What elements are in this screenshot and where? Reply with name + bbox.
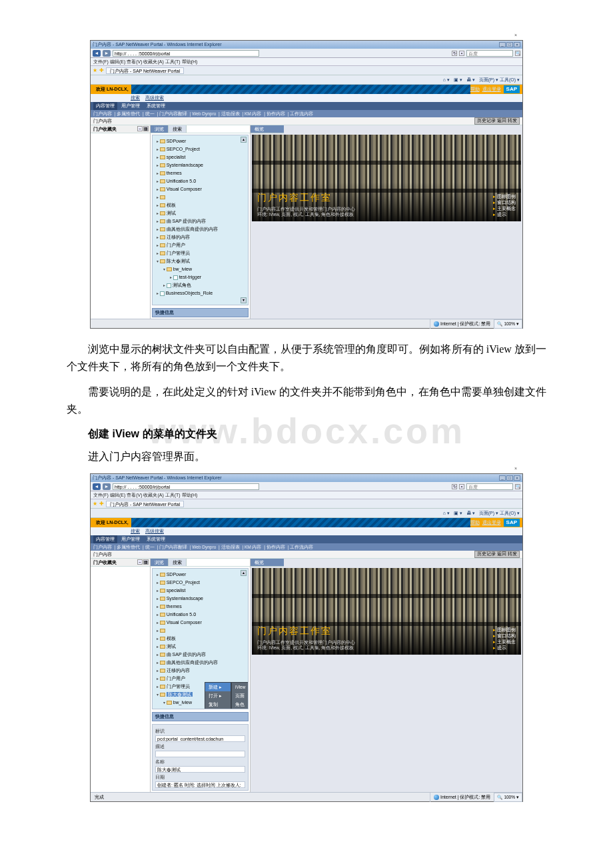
hero-link[interactable]: 主要概念 <box>493 205 516 211</box>
tab-content-mgmt[interactable]: 内容管理 <box>93 535 117 543</box>
home-icon[interactable]: ⌂ ▾ <box>443 511 450 516</box>
panel-opt-icon[interactable]: ▥ <box>143 126 149 131</box>
search-link[interactable]: 搜索 <box>131 529 140 533</box>
close-button[interactable]: × <box>514 475 520 481</box>
favorites-icon[interactable]: ★ <box>93 67 97 73</box>
feed-icon[interactable]: ▣ ▾ <box>454 77 462 83</box>
subnav-item[interactable]: 门户内容翻译 <box>159 111 187 116</box>
history-control[interactable]: 历史记录 返回 转发 <box>474 551 520 558</box>
scroll-up-icon[interactable]: ▴ <box>241 137 247 143</box>
back-button[interactable]: ◄ <box>93 50 101 57</box>
advanced-search-link[interactable]: 高级搜索 <box>145 529 164 533</box>
context-submenu[interactable]: iView 页面 角色 工作集 布局 文件夹 <box>231 682 249 709</box>
refresh-button[interactable]: ↻ <box>452 51 457 56</box>
forward-button[interactable]: ► <box>103 50 111 57</box>
tree-selection[interactable]: 陈大春测试 <box>167 692 193 697</box>
tab-sys-mgmt[interactable]: 系统管理 <box>144 535 168 543</box>
ctx-sub-role[interactable]: 角色 <box>232 700 249 709</box>
subnav-item[interactable]: 协作内容 <box>267 111 285 116</box>
hero-link[interactable]: 主要概念 <box>493 639 516 645</box>
subnav-item[interactable]: 活动报表 <box>221 111 240 116</box>
ie-menubar[interactable]: 文件(F) 编辑(E) 查看(V) 收藏夹(A) 工具(T) 帮助(H) <box>91 491 522 499</box>
subnav-item[interactable]: Web Dynpro <box>192 111 216 116</box>
overview-tab[interactable]: 概览 <box>251 559 284 567</box>
subnav-item[interactable]: Web Dynpro <box>192 545 216 549</box>
tab-content-mgmt[interactable]: 内容管理 <box>93 102 117 110</box>
subnav-item[interactable]: 多属性替代 <box>117 545 140 549</box>
hero-link[interactable]: 图标图例 <box>493 193 516 199</box>
search-go-button[interactable]: 🔍 <box>515 51 520 56</box>
ctx-open[interactable]: 打开 ▸ <box>205 691 231 700</box>
subnav-item[interactable]: 统一 <box>145 545 155 549</box>
search-input[interactable]: 百度 <box>466 50 513 57</box>
browser-tab[interactable]: 门户内容 - SAP NetWeaver Portal <box>106 67 184 74</box>
scroll-up-icon[interactable]: ▴ <box>241 570 247 576</box>
minimize-button[interactable]: _ <box>499 42 506 47</box>
tab-sys-mgmt[interactable]: 系统管理 <box>144 102 168 110</box>
logoff-link[interactable]: 退出登录 <box>482 86 501 93</box>
prop-id-value[interactable]: pcd:portal_content/test.cdachun <box>155 735 245 742</box>
context-menu[interactable]: 新建 ▸ 打开 ▸ 复制 刷新 更改标识 删除 属性 <box>205 682 231 709</box>
panel-min-icon[interactable]: – <box>137 126 143 131</box>
subnav-item[interactable]: 多属性替代 <box>117 111 140 116</box>
subnav-item[interactable]: 活动报表 <box>221 545 240 549</box>
tab-browse[interactable]: 浏览 <box>151 125 169 133</box>
page-menu[interactable]: 页面(P) ▾ 工具(O) ▾ <box>479 510 520 517</box>
subnav-item[interactable]: 协作内容 <box>267 545 285 549</box>
browser-tab[interactable]: 门户内容 - SAP NetWeaver Portal <box>106 501 184 507</box>
forward-button[interactable]: ► <box>103 483 111 490</box>
prop-date-value[interactable]: 创建者: 匿名 时间: 选择时间 上次修改人: 选择 <box>155 781 245 788</box>
add-favorite-icon[interactable]: ✚ <box>99 501 104 507</box>
hero-link[interactable]: 窗口结构 <box>493 633 516 639</box>
maximize-button[interactable]: □ <box>506 475 513 481</box>
hero-link[interactable]: 窗口结构 <box>493 199 516 205</box>
content-tree[interactable]: ▴ SDPower SEPCO_Project specialist Syste… <box>152 568 249 709</box>
tab-search[interactable]: 搜索 <box>169 125 187 133</box>
zoom-control[interactable]: 🔍 100% ▾ <box>494 793 522 802</box>
stop-button[interactable]: × <box>459 51 464 56</box>
tab-user-mgmt[interactable]: 用户管理 <box>119 535 143 543</box>
back-button[interactable]: ◄ <box>93 483 101 490</box>
ctx-new[interactable]: 新建 ▸ <box>205 683 231 691</box>
home-icon[interactable]: ⌂ ▾ <box>443 77 450 83</box>
prop-name-value[interactable]: 陈大春测试 <box>155 766 245 773</box>
maximize-button[interactable]: □ <box>506 42 513 47</box>
ctx-copy[interactable]: 复制 <box>205 700 231 709</box>
subnav-item[interactable]: KM 内容 <box>245 111 262 116</box>
url-input[interactable]: http:// . . . . :50000/irj/portal <box>113 483 259 490</box>
content-tree[interactable]: ▴ SDPower SEPCO_Project specialist Syste… <box>152 135 249 305</box>
hero-link[interactable]: 提示 <box>493 211 516 217</box>
favorites-icon[interactable]: ★ <box>93 501 97 507</box>
panel-opt-icon[interactable]: ▥ <box>143 559 149 565</box>
tab-user-mgmt[interactable]: 用户管理 <box>119 102 143 110</box>
quick-info-bar[interactable]: 快捷信息 <box>152 308 249 317</box>
subnav-item[interactable]: 门户内容翻译 <box>159 545 187 549</box>
print-icon[interactable]: 🖶 ▾ <box>466 77 475 83</box>
quick-info-bar[interactable]: 快捷信息 <box>152 712 249 721</box>
hero-link[interactable]: 图标图例 <box>493 627 516 633</box>
close-icon[interactable]: × <box>514 466 521 473</box>
panel-min-icon[interactable]: – <box>137 559 143 565</box>
feed-icon[interactable]: ▣ ▾ <box>454 511 462 516</box>
add-favorite-icon[interactable]: ✚ <box>99 67 104 73</box>
search-input[interactable]: 百度 <box>466 483 513 490</box>
subnav-item[interactable]: 门户内容 <box>93 545 112 549</box>
ctx-sub-page[interactable]: 页面 <box>232 691 249 700</box>
prop-desc-value[interactable] <box>155 751 245 757</box>
print-icon[interactable]: 🖶 ▾ <box>466 511 475 516</box>
help-link[interactable]: 帮助 <box>470 86 480 93</box>
tab-search[interactable]: 搜索 <box>169 559 187 566</box>
hero-link[interactable]: 提示 <box>493 645 516 651</box>
subnav-item[interactable]: KM 内容 <box>245 545 262 549</box>
page-menu[interactable]: 页面(P) ▾ 工具(O) ▾ <box>479 77 520 83</box>
subnav-item[interactable]: 工作流内容 <box>290 111 313 116</box>
subnav-item[interactable]: 门户内容 <box>93 111 112 116</box>
scroll-down-icon[interactable]: ▾ <box>241 297 247 303</box>
close-icon[interactable]: × <box>514 33 521 39</box>
zoom-control[interactable]: 🔍 100% ▾ <box>494 319 522 329</box>
overview-tab[interactable]: 概览 <box>251 125 284 133</box>
search-link[interactable]: 搜索 <box>131 95 140 100</box>
tab-browse[interactable]: 浏览 <box>151 559 169 566</box>
history-control[interactable]: 历史记录 返回 转发 <box>474 117 520 125</box>
help-link[interactable]: 帮助 <box>470 519 480 526</box>
